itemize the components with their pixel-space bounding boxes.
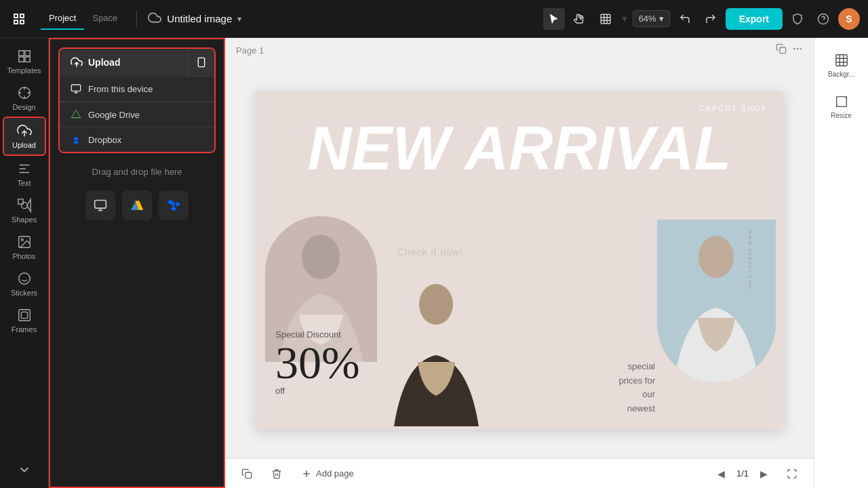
canvas-duplicate-button[interactable] (776, 43, 787, 57)
help-icon[interactable] (812, 8, 834, 30)
next-page-button[interactable]: ▶ (754, 464, 773, 483)
sidebar-item-photos[interactable]: Photos (3, 229, 46, 266)
prev-page-button[interactable]: ◀ (712, 464, 731, 483)
fullscreen-button[interactable] (781, 463, 803, 485)
canvas-more-button[interactable] (792, 43, 803, 57)
svg-point-37 (698, 236, 734, 278)
svg-rect-19 (71, 85, 80, 91)
user-avatar[interactable]: S (838, 8, 860, 30)
sidebar: Templates Design Upload Text Shapes Phot… (0, 38, 49, 488)
export-button[interactable]: Export (726, 8, 783, 30)
svg-point-33 (302, 235, 340, 279)
svg-rect-14 (18, 310, 30, 321)
page-indicator: 1/1 (736, 468, 749, 479)
upload-dropdown: Upload From this device Google Drive (58, 47, 216, 153)
person-photo-2 (380, 274, 492, 426)
canvas-watermark: www.capcut.com (747, 230, 753, 290)
svg-point-29 (793, 48, 795, 50)
svg-rect-17 (198, 58, 204, 66)
right-panel: Backgr... Resize (814, 38, 868, 488)
tab-space[interactable]: Space (84, 7, 125, 30)
svg-rect-4 (18, 57, 23, 62)
svg-point-35 (419, 284, 453, 325)
sidebar-item-stickers[interactable]: Stickers (3, 266, 46, 302)
drag-drop-area: Drag and drop file here (58, 161, 216, 182)
redo-button[interactable] (700, 8, 722, 30)
page-delete-button[interactable] (266, 463, 288, 485)
sidebar-label-upload: Upload (12, 141, 36, 149)
page-duplicate-button[interactable] (236, 463, 258, 485)
canvas-wrapper: CAPCUT SHOP NEW ARRIVAL Check it now! (225, 62, 814, 458)
sidebar-item-templates[interactable]: Templates (3, 43, 46, 80)
svg-rect-3 (24, 51, 29, 56)
hand-tool-button[interactable] (569, 8, 591, 30)
upload-from-device-icon-button[interactable] (85, 190, 115, 220)
svg-point-30 (797, 48, 799, 50)
upload-btn-row: Upload (60, 49, 214, 76)
document-title[interactable]: Untitled image (167, 13, 232, 24)
bottom-bar: Add page ◀ 1/1 ▶ (225, 458, 814, 488)
sidebar-label-design: Design (12, 103, 35, 111)
sidebar-item-shapes[interactable]: Shapes (3, 192, 46, 229)
upload-phone-button[interactable] (187, 49, 214, 76)
sidebar-label-shapes: Shapes (12, 216, 37, 224)
sidebar-label-templates: Templates (7, 66, 41, 75)
tab-project[interactable]: Project (41, 7, 84, 30)
design-canvas[interactable]: CAPCUT SHOP NEW ARRIVAL Check it now! (255, 91, 784, 430)
svg-rect-41 (835, 55, 847, 66)
canvas-heading: NEW ARRIVAL (255, 118, 784, 179)
upload-dropbox-icon-button[interactable] (159, 190, 189, 220)
right-panel-background-label: Backgr... (828, 70, 854, 78)
zoom-value: 64% (639, 14, 656, 24)
svg-point-12 (21, 239, 23, 241)
canvas-discount-area: Special Discount 30% off (275, 329, 360, 396)
add-page-button[interactable]: Add page (296, 466, 359, 482)
svg-rect-15 (21, 312, 27, 318)
shield-icon[interactable] (787, 8, 808, 30)
sidebar-item-text[interactable]: Text (3, 156, 46, 192)
sidebar-label-stickers: Stickers (11, 289, 37, 297)
upload-main-button[interactable]: Upload (60, 49, 187, 75)
upload-dropdown-menu: From this device Google Drive Dropbox (60, 76, 214, 152)
svg-rect-2 (18, 51, 23, 56)
sidebar-label-text: Text (17, 179, 31, 187)
page-navigation: ◀ 1/1 ▶ (712, 464, 773, 483)
upload-icons-row (58, 190, 216, 220)
right-panel-resize[interactable]: Resize (817, 87, 866, 126)
cloud-save-icon (148, 11, 161, 27)
canvas-subtext: Check it now! (397, 247, 463, 258)
dropbox-option[interactable]: Dropbox (60, 127, 214, 152)
title-chevron-icon: ▾ (237, 14, 241, 24)
svg-point-13 (18, 273, 30, 285)
frame-tool-button[interactable] (595, 8, 616, 30)
sidebar-item-upload[interactable]: Upload (3, 117, 46, 156)
canvas-actions (776, 43, 803, 57)
from-device-option[interactable]: From this device (60, 76, 214, 101)
svg-rect-38 (245, 472, 252, 479)
zoom-chevron-icon: ▾ (659, 14, 664, 24)
canvas-topbar: Page 1 (225, 38, 814, 62)
canvas-area: Page 1 CAPCUT SHOP NEW ARRIVAL Check it … (225, 38, 814, 488)
svg-rect-22 (95, 201, 106, 209)
select-tool-button[interactable] (543, 8, 565, 30)
app-logo[interactable] (8, 8, 30, 30)
svg-rect-28 (780, 47, 786, 54)
sidebar-collapse-button[interactable] (3, 457, 46, 483)
main-content: Templates Design Upload Text Shapes Phot… (0, 38, 868, 488)
topbar: Project Space Untitled image ▾ ▾ 64% ▾ E… (0, 0, 868, 38)
canvas-discount-value: 30% (275, 340, 360, 386)
undo-button[interactable] (674, 8, 696, 30)
zoom-control[interactable]: 64% ▾ (633, 10, 670, 27)
svg-rect-0 (601, 14, 610, 24)
svg-point-31 (800, 48, 802, 50)
sidebar-label-photos: Photos (12, 252, 35, 260)
google-drive-option[interactable]: Google Drive (60, 102, 214, 127)
sidebar-item-frames[interactable]: Frames (3, 302, 46, 339)
sidebar-item-design[interactable]: Design (3, 80, 46, 117)
svg-rect-5 (24, 57, 29, 62)
right-panel-resize-label: Resize (831, 112, 852, 119)
right-panel-background[interactable]: Backgr... (817, 46, 866, 85)
page-label: Page 1 (236, 45, 264, 56)
upload-google-drive-icon-button[interactable] (122, 190, 152, 220)
upload-panel-content: Upload From this device Google Drive (50, 39, 224, 228)
